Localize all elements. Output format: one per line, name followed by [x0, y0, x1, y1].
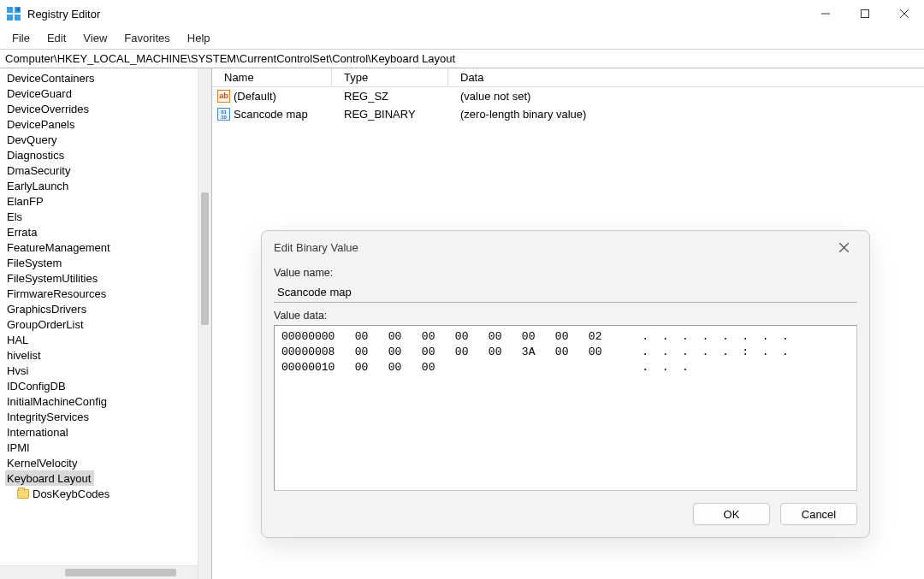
tree-item[interactable]: Errata: [5, 224, 211, 239]
close-button[interactable]: [885, 0, 924, 27]
tree-item[interactable]: DeviceOverrides: [5, 101, 211, 116]
tree-item[interactable]: Hvsi: [5, 363, 211, 378]
scrollbar-thumb[interactable]: [201, 192, 209, 325]
svg-rect-0: [7, 7, 13, 13]
maximize-button[interactable]: [845, 0, 885, 27]
value-type: REG_SZ: [332, 90, 448, 103]
menu-favorites[interactable]: Favorites: [116, 29, 178, 47]
tree-item[interactable]: DosKeybCodes: [5, 486, 211, 501]
titlebar: Registry Editor: [0, 0, 924, 27]
tree-item[interactable]: IntegrityServices: [5, 409, 211, 424]
tree-pane: DeviceContainersDeviceGuardDeviceOverrid…: [0, 68, 212, 579]
svg-rect-3: [15, 15, 21, 21]
edit-binary-dialog: Edit Binary Value Value name: Value data…: [261, 230, 870, 538]
menu-help[interactable]: Help: [179, 29, 219, 47]
address-path: Computer\HKEY_LOCAL_MACHINE\SYSTEM\Curre…: [5, 52, 455, 65]
tree-item-label: DosKeybCodes: [33, 487, 110, 500]
scrollbar-thumb[interactable]: [65, 569, 176, 576]
list-row[interactable]: ab(Default)REG_SZ(value not set): [212, 87, 924, 105]
svg-rect-5: [862, 10, 869, 18]
dialog-title: Edit Binary Value: [274, 241, 358, 254]
cancel-button[interactable]: Cancel: [780, 503, 857, 525]
value-data: (zero-length binary value): [448, 108, 924, 121]
tree-item[interactable]: FeatureManagement: [5, 239, 211, 255]
tree-item[interactable]: FileSystem: [5, 255, 211, 270]
tree-item[interactable]: EarlyLaunch: [5, 178, 211, 193]
tree-vertical-scrollbar[interactable]: [198, 68, 211, 579]
column-header-data[interactable]: Data: [448, 68, 924, 86]
value-name: (Default): [234, 90, 276, 103]
regedit-icon: [7, 7, 21, 21]
tree-horizontal-scrollbar[interactable]: [0, 565, 198, 579]
tree-item[interactable]: DmaSecurity: [5, 162, 211, 178]
tree-item[interactable]: Diagnostics: [5, 147, 211, 162]
folder-icon: [17, 489, 29, 499]
ok-button[interactable]: OK: [693, 503, 770, 525]
binary-value-icon: 01 10: [217, 108, 230, 121]
tree-item[interactable]: IPMI: [5, 440, 211, 455]
tree-item[interactable]: InitialMachineConfig: [5, 393, 211, 409]
value-name: Scancode map: [234, 108, 308, 121]
value-name-label: Value name:: [274, 267, 857, 279]
tree-item[interactable]: FileSystemUtilities: [5, 270, 211, 286]
svg-rect-2: [7, 15, 13, 21]
menu-file[interactable]: File: [3, 29, 38, 47]
tree-item[interactable]: DeviceGuard: [5, 86, 211, 101]
tree-item[interactable]: GroupOrderList: [5, 316, 211, 332]
tree-item[interactable]: KernelVelocity: [5, 455, 211, 470]
menubar: File Edit View Favorites Help: [0, 27, 924, 50]
tree-item[interactable]: hivelist: [5, 347, 211, 363]
tree-item[interactable]: DevQuery: [5, 132, 211, 147]
tree-item[interactable]: GraphicsDrivers: [5, 301, 211, 316]
tree-item[interactable]: ElanFP: [5, 193, 211, 209]
value-name-input[interactable]: [274, 282, 857, 303]
minimize-button[interactable]: [806, 0, 845, 27]
address-bar[interactable]: Computer\HKEY_LOCAL_MACHINE\SYSTEM\Curre…: [0, 50, 924, 68]
tree-item[interactable]: HAL: [5, 332, 211, 347]
value-data: (value not set): [448, 90, 924, 103]
string-value-icon: ab: [217, 90, 230, 103]
menu-view[interactable]: View: [74, 29, 116, 47]
svg-point-4: [16, 8, 20, 11]
tree-item[interactable]: DeviceContainers: [5, 70, 211, 86]
tree-item[interactable]: DevicePanels: [5, 116, 211, 132]
hex-editor[interactable]: 00000000 00 00 00 00 00 00 00 02 . . . .…: [274, 325, 857, 491]
dialog-close-button[interactable]: [830, 235, 857, 259]
tree-item[interactable]: FirmwareResources: [5, 286, 211, 301]
column-header-name[interactable]: Name: [212, 68, 332, 86]
tree-item[interactable]: International: [5, 424, 211, 440]
menu-edit[interactable]: Edit: [38, 29, 74, 47]
tree-item[interactable]: Keyboard Layout: [5, 470, 94, 486]
value-data-label: Value data:: [274, 310, 857, 322]
window-title: Registry Editor: [27, 8, 100, 21]
tree-item[interactable]: IDConfigDB: [5, 378, 211, 393]
value-type: REG_BINARY: [332, 108, 448, 121]
column-header-type[interactable]: Type: [332, 68, 448, 86]
list-row[interactable]: 01 10Scancode mapREG_BINARY(zero-length …: [212, 105, 924, 123]
dialog-titlebar: Edit Binary Value: [262, 231, 869, 263]
tree-item[interactable]: Els: [5, 209, 211, 224]
list-header: Name Type Data: [212, 68, 924, 87]
